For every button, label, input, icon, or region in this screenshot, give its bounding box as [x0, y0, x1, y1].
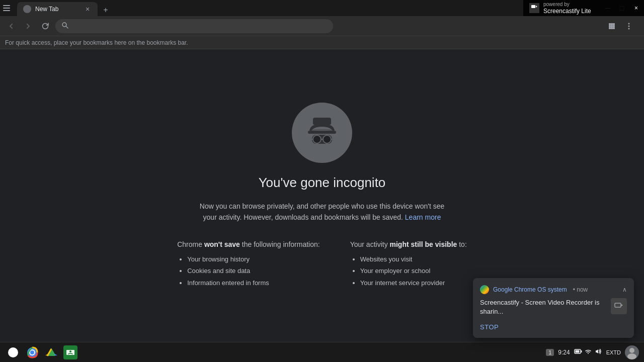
new-tab-button[interactable]: + [100, 4, 112, 16]
user-avatar[interactable] [625, 345, 639, 359]
list-item: Your employer or school [360, 265, 467, 277]
notification-time: • now [573, 286, 588, 293]
notification-actions: STOP [480, 321, 627, 333]
toolbar-actions [605, 19, 636, 33]
svg-rect-19 [308, 131, 336, 134]
screencastify-product-name: Screencastify Lite [543, 8, 591, 15]
svg-rect-3 [531, 5, 535, 8]
reload-button[interactable] [38, 19, 52, 33]
svg-point-22 [314, 137, 319, 142]
svg-rect-50 [575, 350, 579, 353]
taskbar-system-tray: 1 9:24 [546, 345, 639, 359]
extensions-button[interactable] [605, 19, 619, 33]
active-tab[interactable]: New Tab × [17, 2, 98, 16]
svg-point-52 [627, 353, 636, 359]
wont-save-list: Your browsing history Cookies and site d… [177, 253, 319, 289]
might-visible-prefix: Your activity [350, 240, 390, 248]
wont-save-column: Chrome won't save the following informat… [177, 240, 319, 289]
svg-rect-49 [581, 350, 582, 352]
list-item: Information entered in forms [187, 277, 319, 289]
launcher-icon [8, 347, 18, 357]
badge-count: 1 [546, 349, 554, 356]
extd-label: EXTD [606, 349, 621, 355]
battery-icon [574, 347, 582, 357]
svg-marker-31 [621, 304, 623, 306]
google-drive-app-icon[interactable] [43, 344, 59, 360]
tab-favicon [23, 5, 31, 13]
incognito-icon [292, 103, 352, 163]
svg-line-6 [66, 26, 68, 28]
svg-rect-13 [609, 27, 611, 29]
classroom-app-icon[interactable] [62, 344, 78, 360]
app-menu-icon[interactable] [2, 4, 11, 13]
svg-rect-11 [613, 25, 615, 27]
window-controls-left [2, 4, 13, 13]
notification-chrome-icon [480, 285, 489, 294]
address-bar[interactable] [55, 19, 333, 33]
notification-expand-icon[interactable]: ∧ [622, 286, 627, 293]
address-bar-container [0, 16, 644, 36]
svg-rect-2 [3, 10, 10, 11]
launcher-button[interactable] [5, 344, 21, 360]
svg-rect-30 [615, 303, 621, 307]
notification-message: Screencastify - Screen Video Recorder is… [480, 298, 606, 316]
might-visible-keyword: might still be visible [390, 240, 457, 248]
svg-rect-7 [609, 25, 611, 27]
svg-point-47 [69, 350, 71, 352]
screencastify-logo [529, 3, 539, 13]
svg-rect-0 [3, 5, 10, 6]
taskbar-tray-icons [574, 347, 602, 357]
svg-rect-27 [313, 118, 331, 125]
svg-point-34 [30, 350, 34, 354]
svg-point-16 [628, 23, 630, 24]
tab-bar: New Tab × + [17, 0, 600, 16]
screencastify-text-block: powered by Screencastify Lite [543, 2, 591, 15]
screencastify-bar: powered by Screencastify Lite × [523, 0, 644, 16]
stop-button[interactable]: STOP [480, 321, 499, 333]
back-button[interactable] [4, 19, 18, 33]
chrome-menu-button[interactable] [622, 19, 636, 33]
might-visible-column: Your activity might still be visible to:… [350, 240, 467, 289]
screencastify-close-button[interactable]: × [634, 5, 638, 12]
might-visible-suffix: to: [457, 240, 466, 248]
volume-icon [594, 347, 602, 357]
svg-marker-4 [536, 6, 537, 8]
svg-point-51 [629, 348, 634, 353]
bookmarks-bar: For quick access, place your bookmarks h… [0, 36, 644, 49]
svg-rect-15 [613, 27, 615, 29]
wont-save-keyword: won't save [204, 240, 240, 248]
svg-point-24 [325, 137, 330, 142]
titlebar: New Tab × + ─ □ × powered by Screencasti… [0, 0, 644, 16]
bookmarks-bar-message: For quick access, place your bookmarks h… [5, 39, 188, 46]
tab-close-button[interactable]: × [84, 5, 92, 13]
might-visible-list: Websites you visit Your employer or scho… [350, 253, 467, 289]
classroom-icon [63, 345, 77, 359]
svg-point-18 [628, 28, 630, 29]
learn-more-link[interactable]: Learn more [405, 213, 441, 221]
svg-rect-12 [611, 25, 613, 27]
notification-body: Screencastify - Screen Video Recorder is… [480, 298, 627, 316]
wont-save-header: Chrome won't save the following informat… [177, 240, 319, 248]
wont-save-prefix: Chrome [177, 240, 204, 248]
svg-rect-1 [3, 8, 10, 9]
notification-popup: Google Chrome OS system • now ∧ Screenca… [473, 278, 634, 338]
svg-rect-8 [609, 23, 611, 25]
list-item: Cookies and site data [187, 265, 319, 277]
taskbar: 1 9:24 [0, 342, 644, 362]
address-search-icon [61, 22, 68, 30]
notification-thumbnail [611, 298, 627, 314]
might-visible-header: Your activity might still be visible to: [350, 240, 467, 248]
tab-title: New Tab [35, 6, 79, 13]
svg-rect-9 [611, 23, 613, 25]
screencastify-powered-by: powered by [543, 2, 591, 8]
svg-rect-10 [613, 23, 615, 25]
chrome-app-icon[interactable] [24, 344, 40, 360]
list-item: Your browsing history [187, 253, 319, 265]
svg-point-17 [628, 25, 630, 27]
svg-rect-14 [611, 27, 613, 29]
forward-button[interactable] [21, 19, 35, 33]
wifi-icon [584, 347, 592, 357]
incognito-info-columns: Chrome won't save the following informat… [177, 240, 467, 289]
taskbar-clock[interactable]: 9:24 [558, 349, 570, 356]
wont-save-suffix: the following information: [240, 240, 320, 248]
